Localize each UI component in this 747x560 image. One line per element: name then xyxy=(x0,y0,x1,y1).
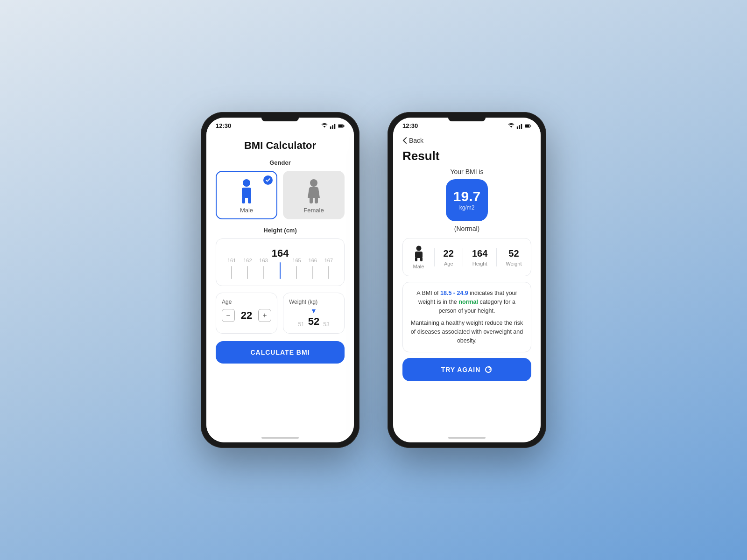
ruler-tick-167 xyxy=(328,266,329,279)
status-time-2: 12:30 xyxy=(402,122,418,129)
try-again-button[interactable]: TRY AGAIN xyxy=(402,358,531,381)
battery-icon xyxy=(338,123,345,129)
gender-label: Gender xyxy=(216,159,345,166)
ruler-164: 164 xyxy=(272,247,289,279)
back-button[interactable]: Back xyxy=(402,137,531,144)
svg-marker-0 xyxy=(323,126,325,128)
male-label: Male xyxy=(240,207,253,214)
stat-divider-1 xyxy=(434,248,435,266)
phone-result: 12:30 xyxy=(388,112,546,448)
svg-rect-8 xyxy=(242,188,251,198)
back-chevron-icon xyxy=(402,137,407,144)
age-value: 22 xyxy=(241,309,252,322)
weight-arrow: ▼ xyxy=(310,307,317,315)
svg-rect-6 xyxy=(338,125,343,126)
male-person-icon xyxy=(237,178,256,204)
age-increase-button[interactable]: + xyxy=(258,309,271,322)
back-label: Back xyxy=(409,137,423,144)
info-text-2: Mantaining a healthy weight reduce the r… xyxy=(409,319,524,345)
calculate-bmi-button[interactable]: CALCULATE BMI xyxy=(216,341,345,364)
try-again-label: TRY AGAIN xyxy=(441,366,481,373)
svg-point-7 xyxy=(243,179,250,187)
bmi-label-text: Your BMI is xyxy=(402,168,531,175)
svg-rect-5 xyxy=(344,125,345,126)
svg-rect-2 xyxy=(332,125,333,129)
ruler-tick-161 xyxy=(231,266,232,279)
svg-rect-15 xyxy=(517,126,518,128)
phone-screen-2: 12:30 xyxy=(393,118,541,442)
signal-icon xyxy=(330,123,336,129)
phone-bmi-calculator: 12:30 xyxy=(201,112,359,448)
svg-rect-24 xyxy=(420,257,423,261)
status-icons-2 xyxy=(508,123,531,129)
person-icon xyxy=(412,245,425,262)
wifi-icon-2 xyxy=(508,123,514,129)
bmi-number: 19.7 xyxy=(453,189,480,203)
age-title: Age xyxy=(222,299,271,305)
bmi-value-card: 19.7 kg/m2 xyxy=(446,179,488,221)
stat-weight-label: Weight xyxy=(506,261,521,266)
svg-rect-17 xyxy=(521,124,522,129)
svg-rect-1 xyxy=(330,126,331,128)
stat-height-value: 164 xyxy=(472,248,487,259)
ruler-num-166: 166 xyxy=(309,258,317,263)
bmi-range: 18.5 - 24.9 xyxy=(440,290,468,296)
ruler-num-164: 164 xyxy=(272,247,289,259)
stat-gender-label: Male xyxy=(413,264,424,269)
stat-age-label: Age xyxy=(444,261,453,266)
stat-age-value: 22 xyxy=(444,248,454,259)
result-screen: Back Result Your BMI is 19.7 kg/m2 (Norm… xyxy=(393,132,541,433)
height-label: Height (cm) xyxy=(216,227,345,234)
ruler-163: 163 xyxy=(255,258,271,279)
weight-52: 52 xyxy=(308,315,319,328)
refresh-icon xyxy=(484,365,493,374)
bmi-category: (Normal) xyxy=(402,225,531,232)
signal-icon-2 xyxy=(516,123,523,129)
svg-rect-20 xyxy=(525,125,529,126)
svg-rect-10 xyxy=(248,197,251,203)
stat-gender: Male xyxy=(412,245,425,269)
gender-female-card[interactable]: Female xyxy=(283,171,345,219)
svg-rect-19 xyxy=(530,125,531,126)
age-weight-row: Age − 22 + Weight (kg) ▼ 51 52 53 xyxy=(216,293,345,334)
home-bar-2 xyxy=(448,437,486,439)
svg-rect-23 xyxy=(415,257,417,261)
home-bar-1 xyxy=(261,437,299,439)
phone-screen: 12:30 xyxy=(206,118,354,442)
weight-53: 53 xyxy=(323,321,329,328)
stat-weight: 52 Weight xyxy=(506,248,521,266)
weight-picker: ▼ 51 52 53 xyxy=(289,309,338,328)
ruler-tick-166 xyxy=(312,266,313,279)
height-card: 161 162 163 164 xyxy=(216,238,345,286)
svg-rect-3 xyxy=(334,124,336,129)
bmi-calculator-screen: BMI Calculator Gender xyxy=(206,132,354,433)
info-text-1: A BMI of 18.5 - 24.9 indicates that your… xyxy=(409,289,524,315)
age-decrease-button[interactable]: − xyxy=(222,309,235,322)
home-indicator-1 xyxy=(206,433,354,442)
stat-weight-value: 52 xyxy=(508,248,519,259)
ruler-167: 167 xyxy=(321,258,337,279)
svg-rect-22 xyxy=(415,252,423,258)
stat-height-label: Height xyxy=(472,261,487,266)
phone-notch-2 xyxy=(448,118,486,121)
ruler-tick-164 xyxy=(280,262,281,279)
female-label: Female xyxy=(303,207,324,214)
bmi-unit: kg/m2 xyxy=(459,204,475,211)
status-time: 12:30 xyxy=(216,122,231,129)
status-icons xyxy=(321,123,345,129)
ruler-num-165: 165 xyxy=(292,258,301,263)
info-card: A BMI of 18.5 - 24.9 indicates that your… xyxy=(402,282,531,352)
stat-height: 164 Height xyxy=(472,248,487,266)
ruler-tick-165 xyxy=(296,266,297,279)
svg-point-21 xyxy=(416,246,421,251)
ruler-num-167: 167 xyxy=(324,258,333,263)
home-indicator-2 xyxy=(393,433,541,442)
ruler-tick-163 xyxy=(263,266,264,279)
stat-divider-2 xyxy=(463,248,463,266)
age-card: Age − 22 + xyxy=(216,293,277,334)
svg-rect-16 xyxy=(519,125,520,129)
ruler-num-161: 161 xyxy=(227,258,236,263)
gender-male-card[interactable]: Male xyxy=(216,171,277,219)
svg-rect-9 xyxy=(242,197,245,203)
bmi-category-text: normal xyxy=(458,299,478,305)
